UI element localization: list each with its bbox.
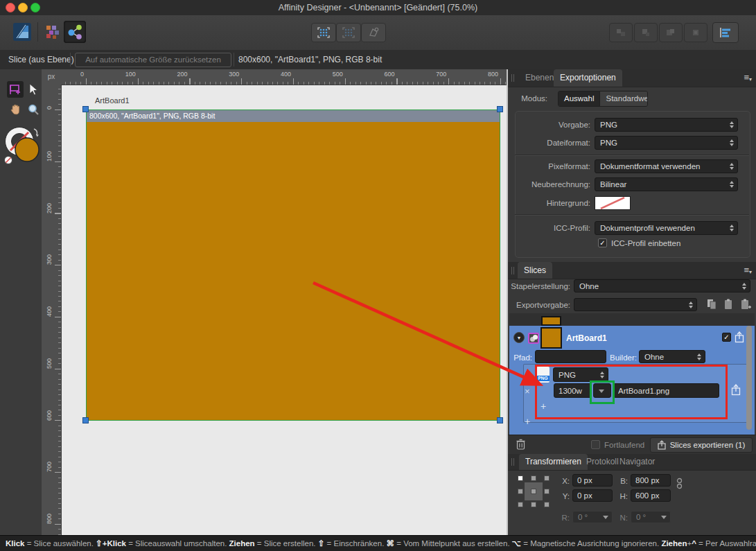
rotation-select[interactable]: 0 ° (572, 511, 613, 523)
slices-scrollbar[interactable] (746, 326, 752, 430)
panel-grip[interactable] (511, 267, 516, 274)
hintergrund-label: Hintergrund: (547, 199, 590, 207)
dateiformat-select[interactable]: PNG (595, 136, 738, 150)
panel-grip[interactable] (511, 458, 516, 466)
pixel-persona-button[interactable] (42, 21, 64, 43)
artboard-title-label[interactable]: ArtBoard1 (95, 96, 130, 105)
selection-handle-top-right[interactable] (497, 106, 503, 112)
insertion-target-button-1[interactable] (609, 23, 633, 42)
pixelformat-select[interactable]: Dokumentformat verwenden (595, 159, 738, 173)
show-export-slices-button[interactable] (311, 23, 336, 42)
format-select[interactable]: PNG (553, 367, 608, 382)
export-persona-icon (66, 23, 84, 41)
icc-einbetten-label: ICC-Profil einbetten (611, 239, 680, 247)
export-slices-button[interactable]: Slices exportieren (1) (650, 437, 753, 453)
color-selector[interactable] (1, 123, 42, 168)
builder-label: Builder: (610, 353, 637, 362)
context-separator (234, 53, 234, 67)
insertion-target-button-2[interactable] (634, 23, 658, 42)
ruler-label: 300 (46, 254, 53, 265)
canvas[interactable]: px 0100200300400500600700800 01002003004… (42, 69, 507, 535)
ruler-label: 100 (125, 71, 136, 78)
x-input[interactable] (572, 474, 613, 487)
show-unselected-slices-button[interactable] (336, 23, 361, 42)
export-persona-button[interactable] (64, 21, 86, 43)
ruler-label: 500 (46, 358, 53, 369)
slices-grid-dim-icon (342, 27, 355, 38)
remove-size-button[interactable]: × (525, 387, 530, 396)
main-toolbar (0, 15, 756, 51)
remove-format-button[interactable]: × (525, 370, 530, 379)
stepper-icon (697, 353, 701, 360)
export-slice-button[interactable] (735, 331, 744, 346)
neuberechnung-select[interactable]: Bilinear (595, 177, 738, 191)
builder-select[interactable]: Ohne (639, 350, 705, 363)
paste-preset-button[interactable] (723, 298, 734, 313)
panel-grip[interactable] (511, 74, 516, 82)
y-input[interactable] (572, 489, 613, 502)
scale-dropdown-button[interactable] (593, 383, 611, 398)
tab-navigator[interactable]: Navigator (613, 454, 661, 470)
export-filename-input[interactable] (613, 383, 719, 398)
vorgabe-select[interactable]: PNG (595, 118, 738, 132)
stapelerstellung-label: Stapelerstellung: (511, 282, 570, 290)
share-export-icon (658, 440, 666, 450)
stapelerstellung-select[interactable]: Ohne (574, 279, 750, 292)
tab-slices[interactable]: Slices (518, 262, 552, 279)
affinity-designer-window: Affinity Designer - <Unbenannt> [Geänder… (0, 0, 756, 551)
disclosure-triangle[interactable]: ▼ (513, 332, 525, 343)
caret-down-icon: ▾ (749, 76, 752, 82)
icc-profil-select[interactable]: Dokumentprofil verwenden (595, 221, 738, 235)
pfad-input[interactable] (535, 350, 606, 363)
y-label: Y: (563, 492, 570, 500)
icc-einbetten-checkbox[interactable]: ✓ (598, 238, 607, 247)
insertion-target-button-3[interactable] (659, 23, 683, 42)
height-input[interactable] (631, 489, 671, 502)
ruler-label: 600 (384, 71, 394, 78)
anchor-point-selector[interactable] (518, 475, 550, 507)
zoom-tool-button[interactable] (25, 101, 42, 118)
hintergrund-swatch[interactable] (595, 196, 631, 210)
ruler-label: 200 (177, 71, 187, 78)
builder-value: Ohne (644, 353, 664, 361)
link-dimensions-button[interactable] (676, 478, 683, 493)
exportvorgabe-select[interactable] (574, 298, 697, 311)
select-slice-tool-button[interactable] (25, 81, 42, 98)
affinity-designer-logo-icon (12, 22, 32, 42)
selection-handle-bottom-left[interactable] (82, 417, 89, 423)
fortlaufend-checkbox[interactable] (591, 440, 600, 449)
transform-slice-button[interactable] (361, 23, 386, 42)
squares-icon (615, 28, 626, 37)
panel-menu-button[interactable]: ≡▾ (744, 72, 752, 82)
slice-tool-button[interactable] (7, 81, 24, 98)
mode-standardwerte-button[interactable]: Standardwerte (599, 91, 648, 106)
insertion-target-button-4[interactable] (684, 23, 707, 42)
delete-slice-button[interactable] (516, 438, 526, 453)
status-segment: = Slice erstellen. (255, 539, 318, 548)
add-size-button[interactable]: + (540, 401, 546, 411)
width-input[interactable] (631, 474, 671, 487)
selection-handle-top-left[interactable] (82, 106, 89, 112)
alignment-button[interactable] (712, 22, 739, 43)
ruler-label: 0 (46, 106, 53, 110)
add-preset-button[interactable] (739, 298, 752, 313)
selection-handle-bottom-right[interactable] (497, 417, 503, 423)
reset-size-button[interactable]: Auf automatische Größe zurücksetzen (75, 53, 231, 67)
export-single-file-button[interactable] (731, 384, 741, 399)
shear-select[interactable]: 0 ° (631, 511, 671, 523)
pan-tool-button[interactable] (7, 101, 24, 118)
designer-persona-button[interactable] (11, 21, 33, 43)
transform-shape-icon (367, 27, 380, 38)
artboard[interactable]: 800x600, "ArtBoard1", PNG, RGB 8-bit (86, 110, 500, 421)
panel-menu-button[interactable]: ≡▾ (744, 265, 752, 275)
export-scale-input[interactable] (554, 383, 592, 398)
slice-name[interactable]: ArtBoard1 (566, 333, 607, 343)
slice-enabled-checkbox[interactable]: ✓ (722, 333, 731, 342)
mode-auswahl-button[interactable]: Auswahl (559, 91, 599, 106)
add-format-button[interactable]: + (525, 417, 530, 426)
slice-tool-icon (9, 83, 21, 96)
tab-exportoptionen[interactable]: Exportoptionen (554, 69, 622, 87)
slice-list-item-partial[interactable] (509, 313, 755, 326)
tab-transformieren[interactable]: Transformieren (519, 454, 588, 470)
copy-preset-button[interactable] (706, 298, 717, 313)
